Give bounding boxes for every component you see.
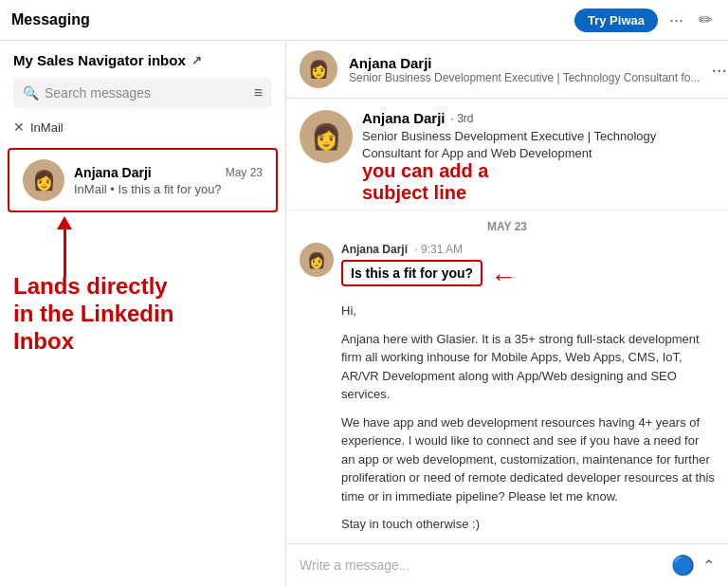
write-message-icons: 🔵 ⌃ xyxy=(671,554,715,577)
expand-icon[interactable]: ⌃ xyxy=(702,557,715,575)
right-header-name: Anjana Darji xyxy=(349,55,700,71)
message-date-label: MAY 23 xyxy=(300,220,715,233)
profile-name-row: Anjana Darji · 3rd xyxy=(362,110,715,126)
conv-snippet: InMail • Is this a fit for you? xyxy=(74,182,263,196)
msg-body-2: Anjana here with Glasier. It is a 35+ st… xyxy=(341,330,715,404)
arrow-left-icon: ← xyxy=(490,264,517,290)
msg-body-1: Hi, xyxy=(341,302,715,320)
search-icon: 🔍 xyxy=(23,85,39,101)
write-message-placeholder[interactable]: Write a message... xyxy=(300,558,662,573)
compose-icon[interactable]: ✏ xyxy=(695,8,717,32)
msg-time: · 9:31 AM xyxy=(414,243,463,256)
search-bar[interactable]: 🔍 Search messages ≡ xyxy=(13,78,272,108)
annotation-text-right: you can add asubject line xyxy=(362,160,715,204)
msg-avatar: 👩 xyxy=(300,243,334,277)
arrow-up xyxy=(57,216,72,277)
top-header: Messaging Try Piwaa ··· ✏ xyxy=(0,0,728,41)
msg-meta: Anjana Darji · 9:31 AM xyxy=(341,243,715,256)
msg-content: Anjana Darji · 9:31 AM Is this a fit for… xyxy=(341,243,715,543)
profile-info: Anjana Darji · 3rd Senior Business Devel… xyxy=(362,110,715,204)
profile-title: Senior Business Development Executive | … xyxy=(362,128,715,204)
msg-body-3: We have app and web development resource… xyxy=(341,413,715,506)
filter-row: ✕ InMail xyxy=(13,116,272,140)
main-layout: My Sales Navigator inbox ↗ 🔍 Search mess… xyxy=(0,41,728,586)
try-piwaa-button[interactable]: Try Piwaa xyxy=(574,9,658,32)
filter-label: InMail xyxy=(30,120,64,135)
conv-name: Anjana Darji xyxy=(74,165,152,180)
subject-box: Is this a fit for you? xyxy=(341,260,482,286)
sticker-icon[interactable]: 🔵 xyxy=(671,554,695,577)
right-header-avatar: 👩 xyxy=(300,50,337,88)
more-options-icon[interactable]: ··· xyxy=(665,9,687,32)
filter-icon[interactable]: ≡ xyxy=(254,84,263,101)
conv-tag: InMail xyxy=(74,182,107,196)
close-filter-icon[interactable]: ✕ xyxy=(13,119,25,135)
conv-top-row: Anjana Darji May 23 xyxy=(74,165,263,180)
left-panel: My Sales Navigator inbox ↗ 🔍 Search mess… xyxy=(0,41,286,586)
right-header-info: Anjana Darji Senior Business Development… xyxy=(349,55,700,84)
arrow-head xyxy=(57,216,72,229)
profile-name: Anjana Darji xyxy=(362,110,446,126)
conversation-item[interactable]: 👩 Anjana Darji May 23 InMail • Is this a… xyxy=(8,148,278,212)
right-header: 👩 Anjana Darji Senior Business Developme… xyxy=(286,41,728,99)
msg-sender: Anjana Darji xyxy=(341,243,408,256)
conv-date: May 23 xyxy=(226,166,263,179)
avatar: 👩 xyxy=(23,159,64,201)
msg-body: Hi, Anjana here with Glasier. It is a 35… xyxy=(341,302,715,534)
annotation-text-left: Lands directlyin the LinkedinInbox xyxy=(13,273,173,355)
right-header-subtitle: Senior Business Development Executive | … xyxy=(349,71,700,84)
message-row: 👩 Anjana Darji · 9:31 AM Is this a fit f… xyxy=(300,243,715,543)
right-panel: 👩 Anjana Darji Senior Business Developme… xyxy=(286,41,728,586)
inbox-title: My Sales Navigator inbox ↗ xyxy=(13,52,272,68)
arrow-shaft xyxy=(64,229,66,277)
profile-card: 👩 Anjana Darji · 3rd Senior Business Dev… xyxy=(286,99,728,211)
conv-preview: Is this a fit for you? xyxy=(118,182,221,196)
subject-row: Is this a fit for you? ← xyxy=(341,260,715,294)
annotation-area: Lands directlyin the LinkedinInbox xyxy=(0,216,285,586)
profile-degree: · 3rd xyxy=(451,112,474,125)
search-input-placeholder: Search messages xyxy=(45,85,248,101)
left-panel-header: My Sales Navigator inbox ↗ 🔍 Search mess… xyxy=(0,41,285,148)
conv-info: Anjana Darji May 23 InMail • Is this a f… xyxy=(74,165,263,196)
right-more-options-icon[interactable]: ··· xyxy=(711,59,727,81)
messaging-title: Messaging xyxy=(11,11,567,28)
profile-avatar-large: 👩 xyxy=(300,110,353,163)
msg-body-4: Stay in touch otherwise :) xyxy=(341,515,715,534)
chat-area: MAY 23 👩 Anjana Darji · 9:31 AM Is this … xyxy=(286,211,728,543)
write-message-area[interactable]: Write a message... 🔵 ⌃ xyxy=(286,543,728,586)
external-link-icon[interactable]: ↗ xyxy=(191,53,202,67)
